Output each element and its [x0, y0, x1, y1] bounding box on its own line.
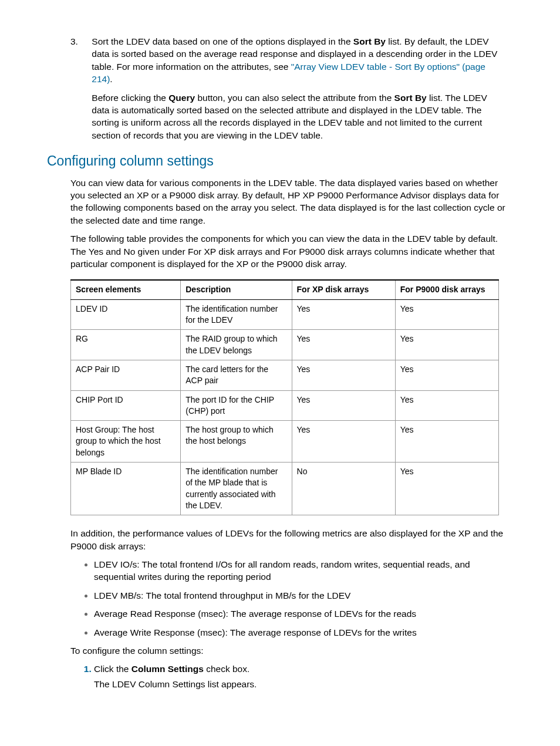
- cell: RG: [71, 330, 181, 360]
- step-result: The LDEV Column Settings list appears.: [94, 678, 513, 690]
- bold-column-settings: Column Settings: [131, 664, 204, 674]
- table-row: MP Blade ID The identification number of…: [71, 463, 499, 515]
- step-subpara: Before clicking the Query button, you ca…: [92, 92, 502, 142]
- metrics-list: LDEV IO/s: The total frontend I/Os for a…: [70, 558, 513, 639]
- paragraph: To configure the column settings:: [70, 644, 513, 657]
- cell: CHIP Port ID: [71, 390, 181, 421]
- text: Before clicking the: [92, 93, 168, 103]
- cell: Yes: [292, 390, 395, 421]
- cell: The identification number of the MP blad…: [181, 463, 292, 515]
- cell: The host group to which the host belongs: [181, 421, 292, 463]
- cell: The port ID for the CHIP (CHP) port: [181, 390, 292, 421]
- cell: No: [292, 463, 395, 515]
- cell: Yes: [395, 421, 498, 463]
- cell: Host Group: The host group to which the …: [71, 421, 181, 463]
- cell: MP Blade ID: [71, 463, 181, 515]
- cell: Yes: [395, 330, 498, 360]
- paragraph: You can view data for various components…: [70, 177, 513, 227]
- step-number: 3.: [70, 35, 89, 48]
- cell: The card letters for the ACP pair: [181, 360, 292, 390]
- cell: ACP Pair ID: [71, 360, 181, 390]
- cell: Yes: [292, 330, 395, 360]
- list-item: Average Read Response (msec): The averag…: [94, 607, 513, 620]
- list-item: Average Write Response (msec): The avera…: [94, 626, 513, 639]
- paragraph: In addition, the performance values of L…: [70, 527, 513, 552]
- section-heading: Configuring column settings: [47, 152, 513, 171]
- paragraph: The following table provides the compone…: [70, 232, 513, 270]
- cell: The RAID group to which the LDEV belongs: [181, 330, 292, 360]
- list-item: LDEV MB/s: The total frontend throughput…: [94, 589, 513, 602]
- th-for-p9000: For P9000 disk arrays: [395, 280, 498, 299]
- cell: LDEV ID: [71, 299, 181, 330]
- list-item: Click the Column Settings check box. The…: [94, 663, 513, 690]
- bold-sortby2: Sort By: [394, 93, 427, 103]
- configure-steps: Click the Column Settings check box. The…: [70, 663, 513, 690]
- table-row: LDEV ID The identification number for th…: [71, 299, 499, 330]
- text: Click the: [94, 664, 131, 674]
- step-3: 3. Sort the LDEV data based on one of th…: [70, 35, 513, 141]
- text: .: [110, 74, 112, 84]
- bold-sortby: Sort By: [353, 36, 386, 46]
- text: Sort the LDEV data based on one of the o…: [92, 36, 353, 46]
- bold-query: Query: [168, 93, 195, 103]
- text: button, you can also select the attribut…: [195, 93, 394, 103]
- th-screen-elements: Screen elements: [71, 280, 181, 299]
- cell: Yes: [292, 360, 395, 390]
- table-row: ACP Pair ID The card letters for the ACP…: [71, 360, 499, 390]
- table-row: RG The RAID group to which the LDEV belo…: [71, 330, 499, 360]
- cell: Yes: [395, 390, 498, 421]
- step-body: Sort the LDEV data based on one of the o…: [92, 35, 502, 141]
- cell: Yes: [395, 463, 498, 515]
- components-table: Screen elements Description For XP disk …: [70, 279, 499, 515]
- cell: Yes: [292, 421, 395, 463]
- table-row: CHIP Port ID The port ID for the CHIP (C…: [71, 390, 499, 421]
- th-for-xp: For XP disk arrays: [292, 280, 395, 299]
- cell: Yes: [395, 299, 498, 330]
- cell: Yes: [395, 360, 498, 390]
- cell: Yes: [292, 299, 395, 330]
- list-item: LDEV IO/s: The total frontend I/Os for a…: [94, 558, 513, 583]
- th-description: Description: [181, 280, 292, 299]
- text: check box.: [204, 664, 249, 674]
- table-row: Host Group: The host group to which the …: [71, 421, 499, 463]
- cell: The identification number for the LDEV: [181, 299, 292, 330]
